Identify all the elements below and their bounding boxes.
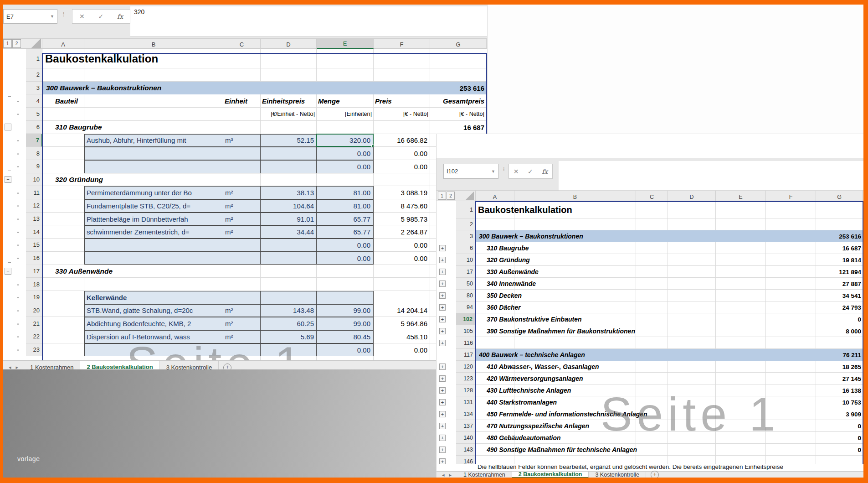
cell-preis[interactable]: 458.10 <box>374 330 427 343</box>
tab-scroll-left-icon[interactable]: ◂ <box>442 472 445 478</box>
collapse-group-button[interactable]: − <box>5 176 11 183</box>
column-header-C[interactable]: C <box>636 191 668 201</box>
section-label[interactable]: 330 Außenwände <box>55 265 228 278</box>
expand-group-button[interactable]: + <box>439 458 446 464</box>
row-header-23[interactable]: 23 <box>26 343 42 357</box>
expand-group-button[interactable]: + <box>439 292 446 299</box>
column-header-F[interactable]: F <box>374 39 430 49</box>
section-label[interactable]: 440 Starkstromanlagen <box>487 396 760 408</box>
column-header-F[interactable]: F <box>766 191 816 201</box>
row-header-21[interactable]: 21 <box>26 317 42 330</box>
row-header-6[interactable]: 6 <box>26 121 42 134</box>
column-header-D[interactable]: D <box>668 191 716 201</box>
cell-einheit[interactable]: m² <box>225 317 257 330</box>
column-header-E[interactable]: E <box>716 191 766 201</box>
cell-bauteil[interactable]: STB.Wand, glatte Schalung, d=20c <box>87 304 223 317</box>
expand-group-button[interactable]: + <box>439 399 446 405</box>
cell-menge[interactable]: 65.77 <box>317 213 370 226</box>
row-header-131[interactable]: 131 <box>456 396 476 408</box>
cell-bauteil[interactable]: Fundamentplatte STB, C20/25, d= <box>87 199 223 213</box>
row-header-117[interactable]: 117 <box>456 349 476 361</box>
cell-einheitspreis[interactable]: 38.13 <box>261 186 314 199</box>
row-header-140[interactable]: 140 <box>456 432 476 444</box>
cell-menge[interactable]: 0.00 <box>317 147 370 160</box>
row-header-20[interactable]: 20 <box>26 304 42 317</box>
section-label[interactable]: 390 Sonstige Maßnahmen für Baukonstrukti… <box>487 325 760 337</box>
cell-bauteil[interactable]: Dispersion auf I-Betonwand, wass <box>87 330 223 343</box>
cancel-icon[interactable]: ✕ <box>514 168 519 175</box>
left-formula-input[interactable]: 320 <box>130 6 488 36</box>
more-options-icon[interactable]: ⁞ <box>63 11 65 18</box>
section-label[interactable]: 490 Sonstige Maßnahmen für technische An… <box>487 444 760 456</box>
cell-menge[interactable]: 320.00 <box>317 134 370 147</box>
column-header-A[interactable]: A <box>476 191 514 201</box>
section-label[interactable]: 340 Innenwände <box>487 278 760 290</box>
row-header-10[interactable]: 10 <box>26 173 42 187</box>
tab-scroll-right-icon[interactable]: ▸ <box>449 472 452 478</box>
row-header-123[interactable]: 123 <box>456 373 476 384</box>
expand-group-button[interactable]: + <box>439 375 446 382</box>
cell-preis[interactable]: 0.00 <box>374 147 427 160</box>
section-label[interactable]: 350 Decken <box>487 290 760 301</box>
row-header-2[interactable]: 2 <box>456 218 476 230</box>
section-label[interactable]: 370 Baukonstruktive Einbauten <box>487 313 760 325</box>
row-header-143[interactable]: 143 <box>456 444 476 456</box>
cell-menge[interactable]: 99.00 <box>317 317 370 330</box>
add-sheet-button[interactable]: + <box>651 471 659 478</box>
row-header-17[interactable]: 17 <box>26 265 42 278</box>
section-label[interactable]: 420 Wärmeversorgungsanlagen <box>487 373 760 384</box>
cell-einheitspreis[interactable]: 34.44 <box>261 225 314 239</box>
cell-preis[interactable]: 5 985.73 <box>374 213 427 226</box>
cell-bauteil[interactable]: schwimmender Zementestrich, d= <box>87 225 223 239</box>
expand-group-button[interactable]: + <box>439 387 446 394</box>
cell-einheitspreis[interactable]: 60.25 <box>261 317 314 330</box>
expand-group-button[interactable]: + <box>439 257 446 263</box>
row-header-137[interactable]: 137 <box>456 420 476 432</box>
cell-menge[interactable]: 81.00 <box>317 186 370 199</box>
row-header-1[interactable]: 1 <box>456 201 476 218</box>
row-header-120[interactable]: 120 <box>456 361 476 373</box>
section-label[interactable]: 450 Fernmelde- und informationstechnisch… <box>487 408 760 420</box>
row-header-50[interactable]: 50 <box>456 278 476 290</box>
left-name-box[interactable]: E7 ▼ <box>3 9 57 24</box>
cell-title[interactable]: Baukostenkalkulation <box>45 49 236 68</box>
section-label[interactable]: 310 Baugrube <box>487 242 760 254</box>
expand-group-button[interactable]: + <box>439 364 446 370</box>
cell-title[interactable]: Baukostenkalkulation <box>478 201 637 218</box>
cell-einheitspreis[interactable]: 52.15 <box>261 134 314 147</box>
cell-einheit[interactable]: m² <box>225 186 257 199</box>
row-header-5[interactable]: 5 <box>26 108 42 121</box>
column-header-G[interactable]: G <box>430 39 487 49</box>
chevron-down-icon[interactable]: ▼ <box>491 169 495 174</box>
section-label[interactable]: 470 Nutzungsspezifische Anlagen <box>487 420 760 432</box>
row-header-14[interactable]: 14 <box>26 225 42 239</box>
section-label[interactable]: 330 Außenwände <box>487 266 760 278</box>
column-header-B[interactable]: B <box>84 39 223 49</box>
cell-bauteil[interactable]: Platttenbeläge im Dünnbettverfah <box>87 213 223 226</box>
section-label[interactable]: 320 Gründung <box>487 254 760 266</box>
cell-preis[interactable]: 16 686.82 <box>374 134 427 147</box>
row-header-134[interactable]: 134 <box>456 408 476 420</box>
cell-einheit[interactable]: m³ <box>225 134 257 147</box>
row-header-18[interactable]: 18 <box>26 278 42 291</box>
accept-icon[interactable]: ✓ <box>98 13 103 20</box>
row-header-4[interactable]: 4 <box>26 94 42 108</box>
section-label[interactable]: 430 Lufttechnische Anlagen <box>487 384 760 396</box>
section-label[interactable]: 360 Dächer <box>487 301 760 313</box>
cell-bauteil[interactable]: Permimeterdämmung unter der Bo <box>87 186 223 199</box>
cell-preis[interactable]: 0.00 <box>374 239 427 252</box>
row-header-12[interactable]: 12 <box>26 199 42 213</box>
cell-preis[interactable]: 0.00 <box>374 252 427 265</box>
row-header-3[interactable]: 3 <box>26 82 42 95</box>
expand-group-button[interactable]: + <box>439 316 446 322</box>
expand-group-button[interactable]: + <box>439 423 446 429</box>
section-label[interactable]: 480 Gebäudeautomation <box>487 432 760 444</box>
expand-group-button[interactable]: + <box>439 328 446 334</box>
cell-menge[interactable]: 0.00 <box>317 160 370 173</box>
row-header-22[interactable]: 22 <box>26 330 42 343</box>
cell-menge[interactable]: 99.00 <box>317 304 370 317</box>
row-header-102[interactable]: 102 <box>456 313 476 325</box>
expand-group-button[interactable]: + <box>439 411 446 417</box>
row-header-19[interactable]: 19 <box>26 291 42 304</box>
column-header-A[interactable]: A <box>42 39 84 49</box>
